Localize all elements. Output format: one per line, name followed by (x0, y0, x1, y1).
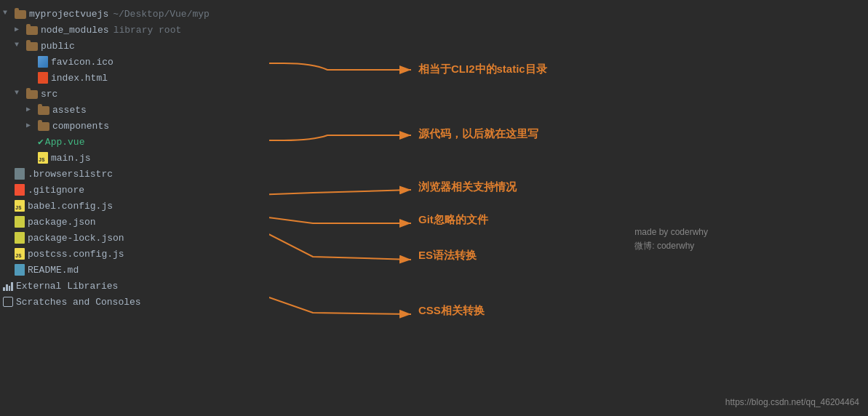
annotation-public: 相当于CLI2中的static目录 (418, 63, 547, 76)
config-icon (15, 168, 25, 180)
md-icon (15, 264, 25, 276)
src-folder-item[interactable]: src (0, 86, 269, 102)
public-folder-item[interactable]: public (0, 38, 269, 54)
made-by-line2: 微博: coderwhy (634, 239, 708, 253)
scratch-icon (3, 297, 13, 307)
made-by-text: made by coderwhy 微博: coderwhy (634, 225, 708, 253)
main-js-item[interactable]: JS main.js (0, 150, 269, 166)
assets-folder-item[interactable]: assets (0, 102, 269, 118)
external-libraries-item[interactable]: External Libraries (0, 278, 269, 294)
arrow-icon (15, 41, 25, 51)
app-vue-item[interactable]: ✔ App.vue (0, 134, 269, 150)
arrow-icon (15, 25, 25, 35)
annotation-gitignore: Git忽略的文件 (418, 213, 488, 227)
public-label: public (41, 41, 75, 52)
folder-icon (26, 42, 38, 51)
package-json-label: package.json (28, 217, 96, 228)
folder-icon (26, 90, 38, 99)
package-lock-item[interactable]: package-lock.json (0, 230, 269, 246)
favicon-label: favicon.ico (51, 57, 114, 68)
index-html-item[interactable]: index.html (0, 70, 269, 86)
babel-config-label: babel.config.js (28, 201, 113, 212)
watermark: https://blog.csdn.net/qq_46204464 (725, 397, 859, 407)
arrow-icon (26, 121, 36, 131)
annotation-postcss: CSS相关转换 (418, 304, 485, 318)
external-libraries-label: External Libraries (16, 281, 118, 292)
made-by-line1: made by coderwhy (634, 225, 708, 239)
browserslistrc-item[interactable]: .browserslistrc (0, 166, 269, 182)
babel-config-item[interactable]: JS babel.config.js (0, 198, 269, 214)
project-name: myprojectvuejs (29, 9, 108, 20)
scratches-label: Scratches and Consoles (16, 297, 141, 308)
bar-chart-icon (3, 281, 13, 291)
git-icon (15, 184, 25, 196)
library-root-badge: library root (114, 25, 182, 36)
gitignore-item[interactable]: .gitignore (0, 182, 269, 198)
checkmark-icon: ✔ (38, 136, 44, 148)
browserslistrc-label: .browserslistrc (28, 169, 113, 180)
json-icon (15, 216, 25, 228)
components-label: components (52, 121, 109, 132)
folder-icon (15, 10, 26, 19)
file-tree: myprojectvuejs ~/Desktop/Vue/myp node_mo… (0, 0, 269, 416)
folder-icon (38, 106, 49, 115)
annotation-babel: ES语法转换 (418, 249, 477, 263)
favicon-item[interactable]: favicon.ico (0, 54, 269, 70)
main-js-label: main.js (51, 153, 91, 164)
arrow-icon (26, 105, 36, 115)
package-lock-label: package-lock.json (28, 233, 124, 244)
scratches-item[interactable]: Scratches and Consoles (0, 294, 269, 310)
app-vue-label: App.vue (45, 137, 85, 148)
components-folder-item[interactable]: components (0, 118, 269, 134)
readme-item[interactable]: README.md (0, 262, 269, 278)
js-icon: JS (38, 152, 48, 164)
annotation-browserslist: 浏览器相关支持情况 (418, 180, 517, 194)
folder-icon (26, 26, 38, 35)
gitignore-label: .gitignore (28, 185, 84, 196)
html-icon (38, 72, 48, 84)
folder-icon (38, 122, 49, 131)
json-icon (15, 232, 25, 244)
js-icon: JS (15, 200, 25, 212)
src-label: src (41, 89, 57, 100)
postcss-config-item[interactable]: JS postcss.config.js (0, 246, 269, 262)
assets-label: assets (52, 105, 87, 116)
ico-icon (38, 56, 48, 68)
js-icon: JS (15, 248, 25, 260)
index-html-label: index.html (51, 73, 108, 84)
arrow-icon (15, 89, 25, 99)
readme-label: README.md (28, 265, 79, 276)
node-modules-label: node_modules (41, 25, 109, 36)
project-root[interactable]: myprojectvuejs ~/Desktop/Vue/myp (0, 6, 269, 22)
package-json-item[interactable]: package.json (0, 214, 269, 230)
postcss-config-label: postcss.config.js (28, 249, 124, 260)
arrow-icon (3, 9, 13, 19)
annotation-src: 源代码，以后就在这里写 (418, 127, 538, 141)
project-path: ~/Desktop/Vue/myp (113, 9, 210, 20)
node-modules-item[interactable]: node_modules library root (0, 22, 269, 38)
